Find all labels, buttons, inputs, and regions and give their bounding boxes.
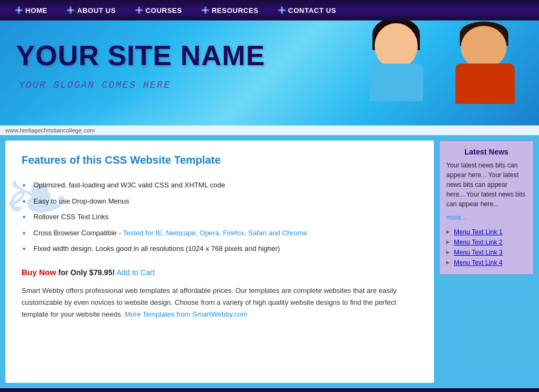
svg-point-11 [138, 6, 140, 9]
latest-news-title: Latest News [446, 148, 527, 156]
feature-item-2: Easy to use Drop-down Menus [22, 193, 418, 209]
svg-point-15 [204, 9, 207, 12]
sidebar-link-3[interactable]: Menu Text Link 3 [454, 249, 503, 256]
sidebar-link-item-1: Menu Text Link 1 [446, 227, 527, 237]
feature-item-5: Fixed width design. Looks good in all re… [22, 241, 418, 257]
nav-label-2: COURSES [146, 6, 182, 15]
cross-browser-link[interactable]: Tested for IE, Netscape, Opera, Firefox,… [123, 229, 307, 237]
svg-point-4 [20, 9, 23, 11]
svg-point-16 [204, 6, 206, 9]
nav-label-4: CONTACT US [288, 6, 336, 15]
latest-news-box: Latest News Your latest news bits can ap… [439, 141, 534, 275]
feature-item-4: Cross Browser Compatible - Tested for IE… [22, 225, 418, 241]
girl-shirt [369, 64, 423, 101]
nav-label-0: HOME [25, 6, 47, 15]
sidebar-link-item-2: Menu Text Link 2 [446, 237, 527, 247]
svg-point-22 [281, 12, 283, 14]
svg-point-23 [278, 9, 280, 11]
svg-point-18 [202, 9, 204, 11]
boy-head [461, 26, 507, 69]
svg-point-2 [18, 12, 20, 14]
svg-point-9 [72, 9, 74, 11]
svg-point-6 [70, 6, 72, 9]
svg-point-17 [204, 12, 206, 14]
watermark-bar: www.heritagechristiancollege.com [0, 125, 539, 135]
buy-now-link[interactable]: Buy Now [22, 268, 56, 277]
site-header: YOUR SITE NAME Your Slogan Comes Here [0, 20, 539, 125]
nav-item-contact-us[interactable]: CONTACT US [268, 6, 346, 15]
latest-news-text: Your latest news bits can appear here...… [446, 160, 527, 209]
site-title: YOUR SITE NAME [16, 39, 265, 72]
nav-item-home[interactable]: HOME [5, 6, 57, 15]
svg-point-10 [137, 9, 141, 12]
site-slogan: Your Slogan Comes Here [19, 80, 171, 90]
nav-label-1: ABOUT US [77, 6, 116, 15]
contact-icon [278, 6, 286, 14]
nav-item-resources[interactable]: RESOURCES [192, 6, 268, 15]
svg-point-12 [138, 12, 140, 14]
resources-icon [202, 6, 209, 14]
sidebar-links-list: Menu Text Link 1 Menu Text Link 2 Menu T… [446, 227, 527, 268]
girl-figure [358, 23, 434, 125]
add-to-cart-link[interactable]: Add to Cart [116, 268, 155, 277]
svg-point-19 [207, 9, 209, 11]
svg-point-24 [284, 9, 286, 11]
svg-point-0 [17, 9, 20, 12]
svg-point-21 [281, 6, 283, 9]
svg-point-1 [18, 6, 20, 9]
more-link[interactable]: more... [446, 214, 466, 221]
boy-figure [442, 26, 528, 125]
watermark-text: www.heritagechristiancollege.com [5, 127, 95, 134]
header-kids-illustration [329, 20, 539, 125]
sidebar-link-item-3: Menu Text Link 3 [446, 247, 527, 257]
girl-head [375, 23, 418, 69]
svg-point-5 [69, 9, 72, 12]
more-templates-link[interactable]: More Templates from SmartWebby.com [125, 310, 248, 318]
main-content: Features of this CSS Website Template Op… [5, 141, 434, 383]
svg-point-8 [67, 9, 69, 11]
main-layout: Features of this CSS Website Template Op… [0, 135, 539, 388]
sidebar-link-4[interactable]: Menu Text Link 4 [454, 259, 503, 267]
navigation-bar: HOME ABOUT US COURSES RESOURCES CONTACT … [0, 0, 539, 20]
svg-point-3 [15, 9, 17, 11]
home-icon [15, 6, 23, 14]
description-text: Smart Webby offers professional web temp… [22, 285, 418, 320]
nav-item-about-us[interactable]: ABOUT US [57, 6, 126, 15]
sidebar-link-item-4: Menu Text Link 4 [446, 257, 527, 268]
nav-item-courses[interactable]: COURSES [126, 6, 192, 15]
svg-point-7 [70, 12, 72, 14]
sidebar-link-1[interactable]: Menu Text Link 1 [454, 228, 503, 236]
svg-point-14 [141, 9, 143, 11]
site-footer: Copyright © Jandus Technologies - www.sm… [0, 388, 539, 392]
about-icon [67, 6, 74, 14]
price-text: for Only $79.95! [58, 268, 115, 277]
sidebar: Latest News Your latest news bits can ap… [439, 141, 534, 383]
main-outer-wrapper: ❧ Features of this CSS Website Template … [0, 135, 539, 388]
features-list: Optimized, fast-loading and W3C valid CS… [22, 177, 418, 257]
feature-item-1: Optimized, fast-loading and W3C valid CS… [22, 177, 418, 193]
boy-shirt [455, 64, 515, 104]
nav-label-3: RESOURCES [212, 6, 259, 15]
svg-point-13 [135, 9, 137, 11]
content-heading: Features of this CSS Website Template [22, 154, 418, 166]
courses-icon [135, 6, 143, 14]
sidebar-link-2[interactable]: Menu Text Link 2 [454, 239, 503, 246]
feature-item-3: Rollover CSS Text Links [22, 209, 418, 225]
svg-point-20 [280, 9, 284, 12]
buy-section: Buy Now for Only $79.95! Add to Cart [22, 268, 418, 277]
